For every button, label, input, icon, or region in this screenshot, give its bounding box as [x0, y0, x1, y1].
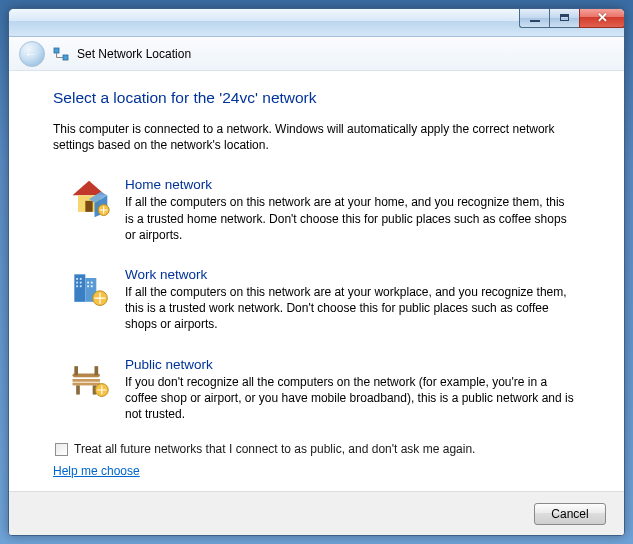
window-controls: ✕ — [519, 8, 625, 28]
network-location-window: ✕ ← Set Network Location Select a locati… — [8, 8, 625, 536]
option-public-title: Public network — [125, 357, 576, 372]
back-button[interactable]: ← — [19, 41, 45, 67]
option-work-desc: If all the computers on this network are… — [125, 284, 576, 333]
option-home-title: Home network — [125, 177, 576, 192]
work-network-icon — [67, 267, 111, 311]
option-work-title: Work network — [125, 267, 576, 282]
intro-text: This computer is connected to a network.… — [53, 121, 580, 153]
option-home-network[interactable]: Home network If all the computers on thi… — [53, 171, 580, 255]
option-public-network[interactable]: Public network If you don't recognize al… — [53, 351, 580, 435]
svg-rect-20 — [73, 379, 101, 382]
svg-rect-24 — [74, 366, 78, 375]
svg-rect-12 — [76, 285, 78, 287]
header-strip: ← Set Network Location — [9, 37, 624, 71]
svg-rect-25 — [95, 366, 99, 375]
svg-rect-14 — [87, 282, 89, 284]
option-home-desc: If all the computers on this network are… — [125, 194, 576, 243]
svg-rect-0 — [54, 48, 59, 53]
svg-rect-21 — [73, 382, 101, 385]
svg-rect-16 — [87, 285, 89, 287]
content-area: Select a location for the '24vc' network… — [9, 71, 624, 491]
svg-rect-17 — [91, 285, 93, 287]
svg-rect-1 — [63, 55, 68, 60]
svg-rect-9 — [80, 278, 82, 280]
svg-rect-10 — [76, 282, 78, 284]
page-heading: Select a location for the '24vc' network — [53, 89, 580, 107]
svg-rect-13 — [80, 285, 82, 287]
svg-rect-15 — [91, 282, 93, 284]
close-button[interactable]: ✕ — [579, 8, 625, 28]
home-network-icon — [67, 177, 111, 221]
titlebar: ✕ — [9, 9, 624, 37]
svg-rect-8 — [76, 278, 78, 280]
svg-rect-22 — [76, 385, 80, 394]
treat-as-public-checkbox[interactable] — [55, 443, 68, 456]
footer: Cancel — [9, 491, 624, 535]
cancel-button[interactable]: Cancel — [534, 503, 606, 525]
option-work-network[interactable]: Work network If all the computers on thi… — [53, 261, 580, 345]
back-arrow-icon: ← — [24, 47, 38, 61]
window-title: Set Network Location — [77, 47, 191, 61]
svg-rect-4 — [85, 201, 92, 212]
treat-as-public-label: Treat all future networks that I connect… — [74, 442, 475, 456]
network-icon — [53, 46, 69, 62]
minimize-button[interactable] — [519, 8, 549, 28]
maximize-button[interactable] — [549, 8, 579, 28]
option-public-desc: If you don't recognize all the computers… — [125, 374, 576, 423]
help-me-choose-link[interactable]: Help me choose — [53, 464, 140, 478]
treat-as-public-row: Treat all future networks that I connect… — [55, 442, 580, 456]
public-network-icon — [67, 357, 111, 401]
svg-rect-11 — [80, 282, 82, 284]
